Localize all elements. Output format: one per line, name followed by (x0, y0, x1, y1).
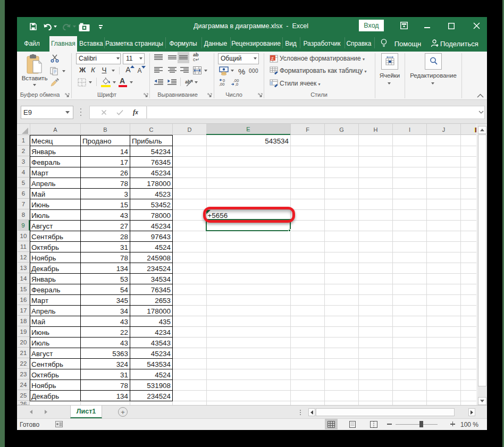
svg-text:,00: ,00 (219, 82, 224, 87)
svg-text:ab: ab (185, 79, 191, 85)
svg-text:,0: ,0 (235, 82, 238, 87)
svg-text:≠: ≠ (271, 56, 274, 61)
